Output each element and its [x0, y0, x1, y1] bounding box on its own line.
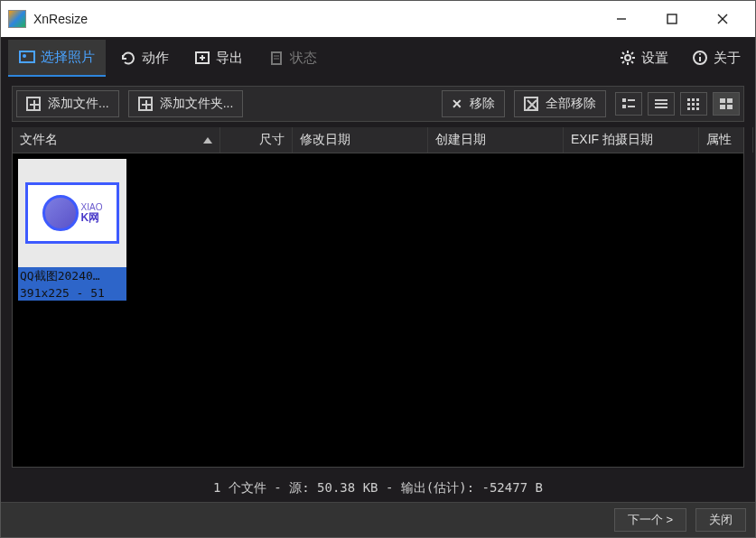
svg-rect-26 — [696, 103, 699, 106]
file-thumbnail[interactable]: XIAOK网 QQ截图20240… 391x225 - 51 — [18, 159, 126, 301]
tab-action[interactable]: 动作 — [109, 41, 180, 76]
remove-all-label: 全部移除 — [546, 96, 596, 112]
svg-rect-31 — [727, 98, 733, 103]
svg-rect-28 — [692, 107, 695, 110]
add-folder-label: 添加文件夹... — [160, 96, 234, 112]
column-headers: 文件名 尺寸 修改日期 创建日期 EXIF 拍摄日期 属性 — [12, 127, 744, 153]
col-modify-date[interactable]: 修改日期 — [293, 127, 428, 153]
photo-icon — [19, 49, 35, 65]
thumbnail-filename: QQ截图20240… — [18, 267, 126, 285]
file-list-area[interactable]: XIAOK网 QQ截图20240… 391x225 - 51 — [12, 153, 744, 468]
svg-rect-32 — [720, 105, 725, 109]
info-icon — [692, 50, 708, 66]
col-size[interactable]: 尺寸 — [220, 127, 293, 153]
status-text: 1 个文件 - 源: 50.38 KB - 输出(估计): -52477 B — [1, 475, 755, 502]
app-icon — [8, 10, 26, 28]
close-button[interactable]: 关闭 — [695, 508, 746, 532]
add-folder-button[interactable]: 添加文件夹... — [128, 90, 244, 117]
view-mode-buttons — [615, 92, 740, 116]
view-list-button[interactable] — [648, 92, 675, 116]
svg-rect-4 — [20, 51, 34, 62]
col-create-date[interactable]: 创建日期 — [428, 127, 564, 153]
next-button[interactable]: 下一个 > — [614, 508, 686, 532]
minimize-button[interactable] — [596, 1, 647, 37]
tab-select-photos[interactable]: 选择照片 — [8, 40, 106, 77]
col-filename[interactable]: 文件名 — [13, 127, 220, 153]
action-icon — [120, 50, 136, 66]
app-title: XnResize — [33, 12, 88, 26]
svg-rect-30 — [720, 98, 725, 103]
logo-icon — [42, 195, 79, 231]
toolbar: 添加文件... 添加文件夹... ✕ 移除 全部移除 — [12, 86, 744, 122]
x-square-icon — [524, 97, 538, 111]
titlebar: XnResize — [1, 1, 755, 37]
close-window-button[interactable] — [697, 1, 748, 37]
svg-rect-15 — [622, 105, 626, 108]
svg-rect-29 — [696, 107, 699, 110]
svg-point-5 — [23, 54, 26, 58]
x-icon: ✕ — [452, 97, 462, 111]
remove-label: 移除 — [470, 96, 495, 112]
about-button[interactable]: 关于 — [685, 44, 748, 72]
thumbnail-dimensions: 391x225 - 51 — [18, 285, 126, 301]
remove-button[interactable]: ✕ 移除 — [442, 90, 505, 117]
col-exif-date[interactable]: EXIF 拍摄日期 — [564, 127, 699, 153]
about-label: 关于 — [714, 50, 741, 67]
svg-point-13 — [699, 53, 701, 55]
plus-square-icon — [26, 97, 41, 111]
svg-rect-27 — [687, 107, 690, 110]
footer-bar: 下一个 > 关闭 — [1, 502, 755, 537]
view-grid-large-button[interactable] — [713, 92, 740, 116]
col-attr[interactable]: 属性 — [699, 127, 753, 153]
clipboard-icon — [268, 50, 285, 66]
svg-rect-33 — [727, 105, 733, 109]
tab-action-label: 动作 — [142, 50, 169, 67]
svg-rect-14 — [622, 98, 626, 102]
tab-export-label: 导出 — [216, 50, 243, 67]
svg-rect-25 — [692, 103, 695, 106]
export-icon — [194, 50, 210, 66]
add-files-label: 添加文件... — [48, 96, 109, 112]
svg-rect-24 — [687, 103, 690, 106]
tab-select-label: 选择照片 — [41, 49, 95, 66]
svg-rect-23 — [696, 98, 699, 101]
maximize-button[interactable] — [647, 1, 697, 37]
settings-button[interactable]: 设置 — [612, 44, 676, 72]
svg-rect-22 — [692, 98, 695, 101]
svg-point-10 — [625, 55, 630, 60]
view-grid-small-button[interactable] — [680, 92, 707, 116]
svg-rect-1 — [667, 14, 677, 23]
add-files-button[interactable]: 添加文件... — [16, 90, 119, 117]
svg-rect-21 — [687, 98, 690, 101]
plus-square-icon — [138, 97, 153, 111]
sort-asc-icon — [203, 137, 212, 144]
view-thumb-small-button[interactable] — [615, 92, 642, 116]
app-window: XnResize 选择照片 动作 导出 状态 — [0, 0, 756, 538]
gear-icon — [620, 50, 636, 66]
tab-status: 状态 — [257, 41, 328, 76]
thumbnail-image: XIAOK网 — [18, 159, 126, 267]
tab-bar: 选择照片 动作 导出 状态 设置 关于 — [1, 37, 755, 79]
remove-all-button[interactable]: 全部移除 — [514, 90, 606, 117]
tab-export[interactable]: 导出 — [183, 41, 254, 76]
tab-status-label: 状态 — [290, 50, 317, 67]
settings-label: 设置 — [641, 50, 668, 67]
